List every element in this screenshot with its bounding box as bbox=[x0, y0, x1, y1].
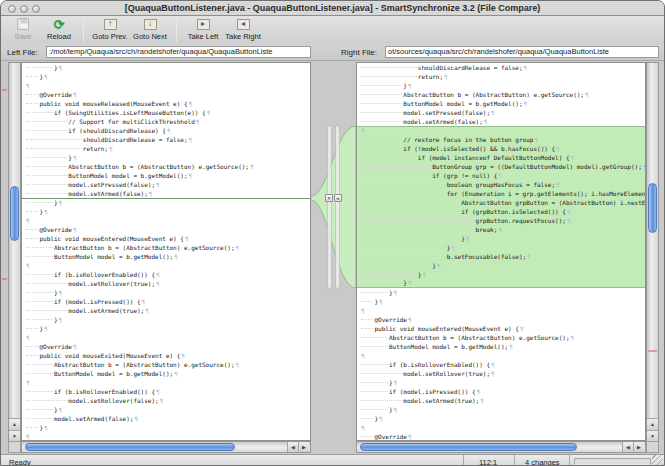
right-hscroll-thumb[interactable] bbox=[360, 443, 577, 451]
code-line: ButtonGroup grp = ((DefaultButtonModel) … bbox=[357, 162, 645, 171]
left-horizontal-scrollbar[interactable]: ◀ ▶ bbox=[21, 441, 311, 453]
line-ending-mark: ¶ bbox=[437, 262, 441, 269]
code-line: if (shouldDiscardRelease) {¶ bbox=[22, 126, 310, 135]
title-bar[interactable]: [QuaquaButtonListener.java - QuaquaButto… bbox=[1, 1, 664, 16]
line-ending-mark: ¶ bbox=[567, 208, 571, 215]
toolbar-separator bbox=[83, 18, 84, 42]
changes-count: 4 changes bbox=[525, 458, 560, 466]
code-line: @Override¶ bbox=[22, 342, 310, 351]
left-file-label: Left File: bbox=[7, 48, 38, 57]
line-ending-mark: ¶ bbox=[196, 118, 200, 125]
smartsynchronize-window: [QuaquaButtonListener.java - QuaquaButto… bbox=[0, 0, 665, 466]
line-ending-mark: ¶ bbox=[585, 91, 589, 98]
line-ending-mark: ¶ bbox=[444, 73, 448, 80]
code-line: ¶ bbox=[357, 126, 645, 135]
line-ending-mark: ¶ bbox=[174, 370, 178, 377]
code-line: if (!model.isSelected() && b.hasFocus())… bbox=[357, 144, 645, 153]
statusbar-separator bbox=[463, 455, 464, 466]
code-line: }¶ bbox=[22, 288, 310, 297]
left-vscroll-thumb[interactable] bbox=[10, 186, 19, 241]
code-line: if (model.isPressed()) {¶ bbox=[357, 387, 645, 396]
line-ending-mark: ¶ bbox=[643, 163, 645, 170]
code-line: ButtonModel model = b.getModel();¶ bbox=[357, 99, 645, 108]
scroll-up-icon[interactable]: ▲ bbox=[9, 418, 20, 430]
code-line: @Override¶ bbox=[357, 315, 645, 324]
line-ending-mark: ¶ bbox=[26, 433, 30, 440]
line-ending-mark: ¶ bbox=[379, 298, 383, 305]
line-ending-mark: ¶ bbox=[142, 298, 146, 305]
line-ending-mark: ¶ bbox=[26, 217, 30, 224]
line-ending-mark: ¶ bbox=[149, 190, 153, 197]
code-line: for (Enumeration i = grp.getElements(); … bbox=[357, 189, 645, 198]
code-line: grpButton.requestFocus();¶ bbox=[357, 216, 645, 225]
code-line: @Override¶ bbox=[22, 90, 310, 99]
line-ending-mark: ¶ bbox=[189, 136, 193, 143]
code-line: if (model instanceof DefaultButtonModel)… bbox=[357, 153, 645, 162]
resize-grip[interactable] bbox=[652, 455, 663, 466]
reload-button[interactable]: ⟳ Reload bbox=[42, 17, 76, 43]
left-hscroll-thumb[interactable] bbox=[25, 443, 235, 451]
code-line: public void mouseEntered(MouseEvent e) {… bbox=[22, 234, 310, 243]
line-ending-mark: ¶ bbox=[480, 397, 484, 404]
line-ending-mark: ¶ bbox=[134, 415, 138, 422]
right-vertical-scrollbar[interactable]: ▲ ▼ bbox=[646, 62, 659, 441]
dismiss-change-button[interactable]: × bbox=[325, 194, 333, 202]
code-line: shouldDiscardRelease = false;¶ bbox=[22, 135, 310, 144]
code-line: ButtonModel model = b.getModel();¶ bbox=[22, 252, 310, 261]
line-ending-mark: ¶ bbox=[189, 172, 193, 179]
statusbar-separator bbox=[514, 455, 515, 466]
right-vscroll-thumb[interactable] bbox=[648, 183, 657, 233]
left-vertical-scrollbar[interactable]: ▲ ▼ bbox=[8, 62, 21, 441]
code-line: ¶ bbox=[22, 216, 310, 225]
scroll-left-icon[interactable]: ◀ bbox=[622, 442, 633, 452]
code-line: if (grpButton.isSelected()) {¶ bbox=[357, 207, 645, 216]
status-message: Ready bbox=[9, 458, 31, 466]
code-line: }¶ bbox=[357, 414, 645, 423]
line-ending-mark: ¶ bbox=[109, 145, 113, 152]
take-left-button[interactable]: ▸ Take Left bbox=[184, 17, 222, 43]
line-ending-mark: ¶ bbox=[498, 226, 502, 233]
scroll-left-icon[interactable]: ◀ bbox=[287, 442, 298, 452]
left-file-path-field[interactable]: :/mot/temp/Quaqua/src/ch/randelshofer/qu… bbox=[46, 46, 311, 58]
code-line: }¶ bbox=[357, 270, 645, 279]
code-line: return;¶ bbox=[22, 144, 310, 153]
line-ending-mark: ¶ bbox=[156, 271, 160, 278]
scroll-up-icon[interactable]: ▲ bbox=[647, 418, 658, 430]
line-ending-mark: ¶ bbox=[59, 289, 63, 296]
left-code-editor[interactable]: }¶ }¶¶ @Override¶ public void mouseRelea… bbox=[21, 62, 311, 441]
scrollbar-corner bbox=[646, 441, 659, 453]
line-ending-mark: ¶ bbox=[422, 271, 426, 278]
code-line: model.setPressed(false);¶ bbox=[22, 180, 310, 189]
line-ending-mark: ¶ bbox=[361, 127, 365, 134]
code-line: }¶ bbox=[22, 423, 310, 432]
line-ending-mark: ¶ bbox=[571, 334, 575, 341]
diff-gutter: × « bbox=[311, 62, 356, 441]
code-line: }¶ bbox=[22, 207, 310, 216]
line-ending-mark: ¶ bbox=[567, 217, 571, 224]
line-ending-mark: ¶ bbox=[571, 154, 575, 161]
right-file-path-field[interactable]: ot/sources/quaqua/src/ch/randelshofer/qu… bbox=[385, 46, 659, 58]
apply-change-left-button[interactable]: « bbox=[334, 194, 342, 202]
right-horizontal-scrollbar[interactable]: ◀ ▶ bbox=[356, 441, 646, 453]
code-line: }¶ bbox=[22, 324, 310, 333]
scroll-right-icon[interactable]: ▶ bbox=[633, 442, 644, 452]
code-line: if (b.isRolloverEnabled()) {¶ bbox=[22, 270, 310, 279]
code-line: ¶ bbox=[22, 81, 310, 90]
caret-position: 112:1 bbox=[479, 458, 497, 466]
goto-prev-button[interactable]: ↑ Goto Prev. bbox=[91, 17, 129, 43]
code-line: boolean groupHasFocus = false;¶ bbox=[357, 180, 645, 189]
take-right-button[interactable]: ◂ Take Right bbox=[224, 17, 262, 43]
goto-next-button[interactable]: ↓ Goto Next bbox=[131, 17, 169, 43]
save-button[interactable]: Save bbox=[6, 17, 40, 43]
line-ending-mark: ¶ bbox=[167, 127, 171, 134]
line-ending-mark: ¶ bbox=[408, 316, 412, 323]
scrollbar-corner bbox=[8, 441, 21, 453]
line-ending-mark: ¶ bbox=[408, 279, 412, 286]
take-right-icon: ◂ bbox=[237, 19, 250, 30]
line-ending-mark: ¶ bbox=[484, 118, 488, 125]
right-code-editor[interactable]: shouldDiscardRelease = false;¶ return;¶ … bbox=[356, 62, 646, 441]
line-ending-mark: ¶ bbox=[477, 388, 481, 395]
scroll-right-icon[interactable]: ▶ bbox=[298, 442, 309, 452]
code-line: AbstractButton b = (AbstractButton) e.ge… bbox=[22, 162, 310, 171]
code-line: if (b.isRolloverEnabled()) {¶ bbox=[357, 360, 645, 369]
